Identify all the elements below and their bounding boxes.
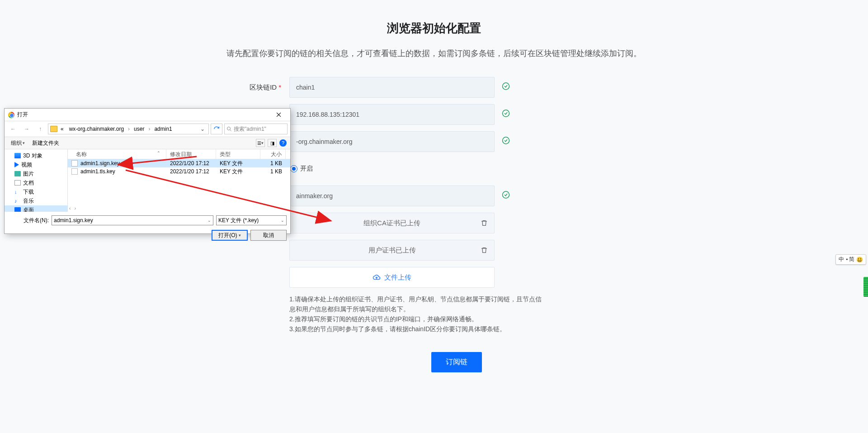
breadcrumb-seg[interactable]: wx-org.chainmaker.org bbox=[67, 124, 126, 134]
close-icon[interactable] bbox=[269, 110, 288, 120]
trash-icon[interactable] bbox=[481, 247, 488, 254]
col-header-date[interactable]: 修改日期 bbox=[166, 149, 216, 159]
organize-button[interactable]: 组织 ▾ bbox=[8, 138, 28, 148]
chain-id-input[interactable] bbox=[296, 84, 488, 91]
chevron-down-icon[interactable]: ⌄ bbox=[281, 218, 284, 223]
check-icon bbox=[502, 109, 510, 120]
check-icon bbox=[502, 191, 510, 201]
tree-item-label: 音乐 bbox=[23, 197, 34, 205]
dialog-footer: 文件名(N): admin1.sign.key ⌄ KEY 文件 (*.key)… bbox=[5, 212, 290, 245]
horizontal-scroll-hint[interactable]: ‹ › bbox=[69, 206, 76, 211]
video-icon bbox=[14, 162, 19, 167]
trash-icon[interactable] bbox=[481, 219, 488, 227]
chevron-down-icon[interactable]: ⌄ bbox=[208, 218, 211, 223]
search-icon bbox=[226, 126, 232, 132]
tree-item[interactable]: 文档 bbox=[5, 178, 67, 187]
up-button[interactable]: ↑ bbox=[34, 124, 46, 134]
file-type: KEY 文件 bbox=[216, 168, 260, 176]
back-button[interactable]: ← bbox=[7, 124, 19, 134]
node-addr-input[interactable] bbox=[296, 111, 488, 118]
side-toolbar-strip[interactable] bbox=[863, 277, 868, 297]
user-cert-upload-box[interactable]: 用户证书已上传 bbox=[289, 240, 495, 261]
tree-item-label: 3D 对象 bbox=[23, 152, 42, 160]
org-suffix-input-wrap[interactable] bbox=[289, 131, 495, 152]
preview-pane-button[interactable]: ◨ bbox=[268, 139, 277, 147]
breadcrumb[interactable]: « wx-org.chainmaker.org› user› admin1 ⌄ bbox=[48, 124, 209, 134]
notes: 1.请确保本处上传的组织证书、用户证书、用户私钥、节点信息都属于要订阅链，且节点… bbox=[289, 294, 542, 334]
chevron-down-icon[interactable]: ⌄ bbox=[198, 126, 207, 132]
forward-button[interactable]: → bbox=[21, 124, 33, 134]
dl-icon: ↓ bbox=[14, 189, 21, 195]
tree-item[interactable]: 视频 bbox=[5, 160, 67, 169]
org-ca-upload-label: 组织CA证书已上传 bbox=[363, 219, 420, 228]
refresh-button[interactable] bbox=[211, 124, 222, 134]
page-title: 浏览器初始化配置 bbox=[0, 20, 868, 36]
file-date: 2022/1/20 17:12 bbox=[166, 160, 216, 167]
sort-icon: ⌃ bbox=[157, 151, 160, 155]
note-line: 2.推荐填写所要订阅的链的共识节点的IP和端口，并确保网络通畅。 bbox=[289, 314, 542, 324]
file-upload-box[interactable]: 文件上传 bbox=[289, 267, 495, 288]
breadcrumb-seg[interactable]: admin1 bbox=[152, 124, 174, 134]
pic-icon bbox=[14, 171, 21, 176]
note-line: 3.如果您的节点同时参与了多条链，请根据chainID区分你要订阅具体哪条链。 bbox=[289, 324, 542, 334]
subscribe-button[interactable]: 订阅链 bbox=[431, 352, 482, 372]
tree-item[interactable]: ♪音乐 bbox=[5, 196, 67, 205]
desktop-icon bbox=[14, 207, 21, 212]
file-date: 2022/1/20 17:12 bbox=[166, 168, 216, 175]
filename-input[interactable]: admin1.sign.key ⌄ bbox=[52, 215, 213, 225]
svg-point-4 bbox=[227, 127, 231, 130]
doc-icon bbox=[14, 180, 21, 186]
file-open-dialog: 打开 ← → ↑ « wx-org.chainmaker.org› user› … bbox=[4, 108, 291, 234]
dialog-nav-row: ← → ↑ « wx-org.chainmaker.org› user› adm… bbox=[5, 121, 290, 137]
node-addr-input-wrap[interactable] bbox=[289, 104, 495, 125]
help-icon[interactable]: ? bbox=[279, 139, 287, 147]
folder-icon bbox=[50, 126, 57, 132]
file-upload-label: 文件上传 bbox=[384, 273, 411, 282]
svg-point-1 bbox=[503, 110, 509, 117]
new-folder-button[interactable]: 新建文件夹 bbox=[29, 138, 62, 148]
view-mode-button[interactable]: ☰▾ bbox=[256, 139, 265, 147]
breadcrumb-seg[interactable]: user bbox=[132, 124, 146, 134]
org-domain-input-wrap[interactable] bbox=[289, 186, 495, 206]
breadcrumb-ellipsis[interactable]: « bbox=[58, 124, 66, 134]
org-suffix-input[interactable] bbox=[296, 138, 488, 145]
submit-wrap: 订阅链 bbox=[253, 352, 660, 372]
tree-item[interactable]: 3D 对象 bbox=[5, 151, 67, 160]
open-button[interactable]: 打开(O) ▾ bbox=[212, 230, 248, 241]
file-row[interactable]: admin1.tls.key2022/1/20 17:12KEY 文件1 KB bbox=[68, 167, 290, 176]
filename-value: admin1.sign.key bbox=[54, 217, 93, 224]
tree-item[interactable]: ↓下载 bbox=[5, 187, 67, 196]
file-row[interactable]: admin1.sign.key2022/1/20 17:12KEY 文件1 KB bbox=[68, 159, 290, 167]
tree-item[interactable]: 图片 bbox=[5, 169, 67, 178]
tls-radio-group[interactable]: 开启 bbox=[290, 165, 313, 173]
col-header-size[interactable]: 大小 bbox=[260, 149, 286, 159]
tree-item-label: 下载 bbox=[23, 188, 34, 196]
chain-id-input-wrap[interactable] bbox=[289, 77, 495, 98]
dialog-titlebar: 打开 bbox=[5, 109, 290, 121]
music-icon: ♪ bbox=[14, 198, 21, 204]
tree-item-label: 图片 bbox=[23, 170, 34, 178]
file-name: admin1.sign.key bbox=[80, 160, 120, 167]
page-subtitle: 请先配置你要订阅的链的相关信息，才可查看链上的数据，如需订阅多条链，后续可在区块… bbox=[0, 48, 868, 59]
ime-indicator[interactable]: 中 ⦁ 简 😃 bbox=[835, 254, 866, 265]
col-header-name[interactable]: 名称 ⌃ bbox=[68, 149, 166, 159]
svg-point-0 bbox=[503, 83, 509, 90]
dialog-title: 打开 bbox=[17, 111, 269, 119]
file-list: 名称 ⌃ 修改日期 类型 大小 admin1.sign.key2022/1/20… bbox=[68, 149, 290, 212]
tree-item[interactable]: 桌面 bbox=[5, 205, 67, 212]
file-type: KEY 文件 bbox=[216, 160, 260, 167]
col-header-type[interactable]: 类型 bbox=[216, 149, 260, 159]
folder-tree[interactable]: 3D 对象视频图片文档↓下载♪音乐桌面 bbox=[5, 149, 68, 212]
file-type-select[interactable]: KEY 文件 (*.key) ⌄ bbox=[216, 215, 287, 225]
org-domain-input[interactable] bbox=[296, 192, 488, 200]
org-ca-upload-box[interactable]: 组织CA证书已上传 bbox=[289, 213, 495, 233]
file-size: 1 KB bbox=[260, 168, 286, 175]
radio-on-icon[interactable] bbox=[290, 165, 297, 172]
cancel-button[interactable]: 取消 bbox=[250, 230, 287, 241]
chevron-down-icon: ▾ bbox=[23, 141, 25, 145]
file-list-header[interactable]: 名称 ⌃ 修改日期 类型 大小 bbox=[68, 149, 290, 159]
3d-icon bbox=[14, 153, 21, 158]
search-input[interactable]: 搜索"admin1" bbox=[224, 124, 288, 134]
emoji-icon: 😃 bbox=[856, 257, 863, 263]
filename-label: 文件名(N): bbox=[8, 217, 49, 224]
